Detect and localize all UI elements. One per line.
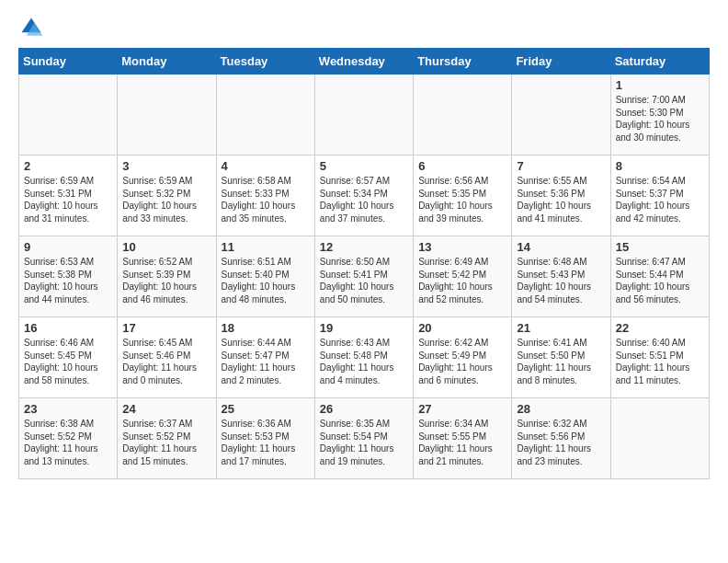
calendar-cell: 23Sunrise: 6:38 AM Sunset: 5:52 PM Dayli… — [19, 398, 118, 479]
day-number: 23 — [24, 402, 112, 416]
day-info: Sunrise: 6:36 AM Sunset: 5:53 PM Dayligh… — [222, 418, 310, 467]
calendar-cell — [610, 398, 709, 479]
calendar-cell — [314, 75, 413, 155]
day-number: 28 — [517, 402, 605, 416]
calendar-cell: 26Sunrise: 6:35 AM Sunset: 5:54 PM Dayli… — [314, 398, 413, 479]
logo-icon — [18, 15, 44, 40]
day-info: Sunrise: 6:38 AM Sunset: 5:52 PM Dayligh… — [24, 418, 112, 467]
day-number: 16 — [24, 321, 112, 335]
weekday-header-saturday: Saturday — [610, 49, 709, 75]
day-info: Sunrise: 6:47 AM Sunset: 5:44 PM Dayligh… — [616, 256, 704, 305]
calendar-cell: 27Sunrise: 6:34 AM Sunset: 5:55 PM Dayli… — [414, 398, 512, 479]
weekday-header-wednesday: Wednesday — [314, 49, 413, 75]
day-info: Sunrise: 6:44 AM Sunset: 5:47 PM Dayligh… — [222, 337, 310, 386]
day-info: Sunrise: 6:46 AM Sunset: 5:45 PM Dayligh… — [24, 337, 112, 386]
day-info: Sunrise: 6:37 AM Sunset: 5:52 PM Dayligh… — [122, 418, 210, 467]
weekday-header-thursday: Thursday — [414, 49, 512, 75]
calendar-cell: 22Sunrise: 6:40 AM Sunset: 5:51 PM Dayli… — [610, 317, 709, 398]
day-number: 15 — [616, 240, 704, 254]
calendar-cell: 20Sunrise: 6:42 AM Sunset: 5:49 PM Dayli… — [414, 317, 512, 398]
calendar-cell: 18Sunrise: 6:44 AM Sunset: 5:47 PM Dayli… — [216, 317, 314, 398]
weekday-header-sunday: Sunday — [19, 49, 118, 75]
calendar-cell: 24Sunrise: 6:37 AM Sunset: 5:52 PM Dayli… — [118, 398, 216, 479]
calendar-cell: 6Sunrise: 6:56 AM Sunset: 5:35 PM Daylig… — [414, 155, 512, 236]
day-info: Sunrise: 6:42 AM Sunset: 5:49 PM Dayligh… — [418, 337, 506, 386]
day-info: Sunrise: 6:45 AM Sunset: 5:46 PM Dayligh… — [122, 337, 210, 386]
calendar-cell: 16Sunrise: 6:46 AM Sunset: 5:45 PM Dayli… — [19, 317, 118, 398]
day-info: Sunrise: 6:54 AM Sunset: 5:37 PM Dayligh… — [616, 175, 704, 224]
weekday-header-friday: Friday — [512, 49, 610, 75]
calendar-cell: 11Sunrise: 6:51 AM Sunset: 5:40 PM Dayli… — [216, 236, 314, 317]
day-info: Sunrise: 6:58 AM Sunset: 5:33 PM Dayligh… — [222, 175, 310, 224]
logo — [18, 15, 48, 40]
day-number: 11 — [222, 240, 310, 254]
day-info: Sunrise: 6:53 AM Sunset: 5:38 PM Dayligh… — [24, 256, 112, 305]
week-row-1: 1Sunrise: 7:00 AM Sunset: 5:30 PM Daylig… — [19, 75, 710, 155]
day-number: 18 — [222, 321, 310, 335]
calendar-cell: 21Sunrise: 6:41 AM Sunset: 5:50 PM Dayli… — [512, 317, 610, 398]
day-info: Sunrise: 6:43 AM Sunset: 5:48 PM Dayligh… — [320, 337, 408, 386]
day-info: Sunrise: 6:51 AM Sunset: 5:40 PM Dayligh… — [222, 256, 310, 305]
weekday-header-row: SundayMondayTuesdayWednesdayThursdayFrid… — [19, 49, 710, 75]
calendar-cell — [118, 75, 216, 155]
calendar-cell: 15Sunrise: 6:47 AM Sunset: 5:44 PM Dayli… — [610, 236, 709, 317]
day-number: 27 — [418, 402, 506, 416]
week-row-4: 16Sunrise: 6:46 AM Sunset: 5:45 PM Dayli… — [19, 317, 710, 398]
calendar: SundayMondayTuesdayWednesdayThursdayFrid… — [18, 48, 710, 479]
calendar-cell — [19, 75, 118, 155]
calendar-cell: 5Sunrise: 6:57 AM Sunset: 5:34 PM Daylig… — [314, 155, 413, 236]
calendar-cell: 12Sunrise: 6:50 AM Sunset: 5:41 PM Dayli… — [314, 236, 413, 317]
day-info: Sunrise: 7:00 AM Sunset: 5:30 PM Dayligh… — [616, 94, 704, 144]
day-number: 13 — [418, 240, 506, 254]
day-info: Sunrise: 6:56 AM Sunset: 5:35 PM Dayligh… — [418, 175, 506, 224]
day-info: Sunrise: 6:41 AM Sunset: 5:50 PM Dayligh… — [517, 337, 605, 386]
day-number: 26 — [320, 402, 408, 416]
day-info: Sunrise: 6:34 AM Sunset: 5:55 PM Dayligh… — [418, 418, 506, 467]
calendar-cell: 19Sunrise: 6:43 AM Sunset: 5:48 PM Dayli… — [314, 317, 413, 398]
day-info: Sunrise: 6:49 AM Sunset: 5:42 PM Dayligh… — [418, 256, 506, 305]
day-number: 4 — [222, 159, 310, 173]
week-row-5: 23Sunrise: 6:38 AM Sunset: 5:52 PM Dayli… — [19, 398, 710, 479]
calendar-cell: 9Sunrise: 6:53 AM Sunset: 5:38 PM Daylig… — [19, 236, 118, 317]
calendar-cell: 28Sunrise: 6:32 AM Sunset: 5:56 PM Dayli… — [512, 398, 610, 479]
day-number: 25 — [222, 402, 310, 416]
week-row-3: 9Sunrise: 6:53 AM Sunset: 5:38 PM Daylig… — [19, 236, 710, 317]
day-info: Sunrise: 6:57 AM Sunset: 5:34 PM Dayligh… — [320, 175, 408, 224]
day-number: 2 — [24, 159, 112, 173]
page: SundayMondayTuesdayWednesdayThursdayFrid… — [0, 0, 728, 494]
week-row-2: 2Sunrise: 6:59 AM Sunset: 5:31 PM Daylig… — [19, 155, 710, 236]
day-number: 17 — [122, 321, 210, 335]
day-number: 5 — [320, 159, 408, 173]
day-number: 21 — [517, 321, 605, 335]
calendar-cell: 4Sunrise: 6:58 AM Sunset: 5:33 PM Daylig… — [216, 155, 314, 236]
day-number: 3 — [122, 159, 210, 173]
calendar-cell: 10Sunrise: 6:52 AM Sunset: 5:39 PM Dayli… — [118, 236, 216, 317]
day-number: 22 — [616, 321, 704, 335]
day-number: 10 — [122, 240, 210, 254]
day-info: Sunrise: 6:40 AM Sunset: 5:51 PM Dayligh… — [616, 337, 704, 386]
calendar-cell: 8Sunrise: 6:54 AM Sunset: 5:37 PM Daylig… — [610, 155, 709, 236]
day-number: 14 — [517, 240, 605, 254]
day-info: Sunrise: 6:35 AM Sunset: 5:54 PM Dayligh… — [320, 418, 408, 467]
calendar-cell: 7Sunrise: 6:55 AM Sunset: 5:36 PM Daylig… — [512, 155, 610, 236]
calendar-cell: 2Sunrise: 6:59 AM Sunset: 5:31 PM Daylig… — [19, 155, 118, 236]
weekday-header-monday: Monday — [118, 49, 216, 75]
day-info: Sunrise: 6:50 AM Sunset: 5:41 PM Dayligh… — [320, 256, 408, 305]
day-info: Sunrise: 6:32 AM Sunset: 5:56 PM Dayligh… — [517, 418, 605, 467]
day-info: Sunrise: 6:52 AM Sunset: 5:39 PM Dayligh… — [122, 256, 210, 305]
day-number: 7 — [517, 159, 605, 173]
calendar-cell: 3Sunrise: 6:59 AM Sunset: 5:32 PM Daylig… — [118, 155, 216, 236]
calendar-cell: 17Sunrise: 6:45 AM Sunset: 5:46 PM Dayli… — [118, 317, 216, 398]
calendar-cell: 1Sunrise: 7:00 AM Sunset: 5:30 PM Daylig… — [610, 75, 709, 155]
weekday-header-tuesday: Tuesday — [216, 49, 314, 75]
day-info: Sunrise: 6:59 AM Sunset: 5:32 PM Dayligh… — [122, 175, 210, 224]
calendar-cell: 14Sunrise: 6:48 AM Sunset: 5:43 PM Dayli… — [512, 236, 610, 317]
day-number: 1 — [616, 78, 704, 92]
day-number: 19 — [320, 321, 408, 335]
day-number: 6 — [418, 159, 506, 173]
calendar-cell — [216, 75, 314, 155]
day-info: Sunrise: 6:59 AM Sunset: 5:31 PM Dayligh… — [24, 175, 112, 224]
calendar-cell: 13Sunrise: 6:49 AM Sunset: 5:42 PM Dayli… — [414, 236, 512, 317]
day-number: 9 — [24, 240, 112, 254]
calendar-cell — [414, 75, 512, 155]
